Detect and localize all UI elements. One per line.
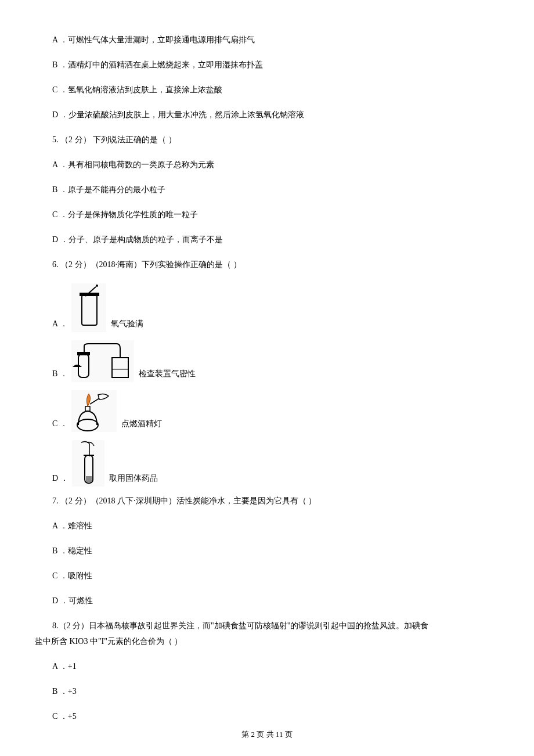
q6-option-d-label: 取用固体药品 — [109, 472, 158, 487]
q7-option-a: A ．难溶性 — [52, 520, 499, 532]
q7-option-c: C ．吸附性 — [52, 570, 499, 582]
q7-option-b: B ．稳定性 — [52, 545, 499, 557]
q6-option-a-image — [71, 283, 106, 332]
q4-option-b: B ．酒精灯中的酒精洒在桌上燃烧起来，立即用湿抹布扑盖 — [52, 59, 499, 71]
svg-rect-9 — [85, 406, 90, 411]
svg-point-3 — [96, 285, 98, 287]
q7-option-d: D ．可燃性 — [52, 595, 499, 607]
svg-point-8 — [77, 419, 98, 431]
q6-option-b-letter: B ． — [52, 368, 68, 382]
q8-option-c: C ．+5 — [52, 710, 499, 722]
svg-rect-5 — [77, 352, 90, 355]
q6-option-d-row: D ． 取用固体药品 — [52, 440, 499, 487]
q6-option-c-label: 点燃酒精灯 — [121, 417, 162, 432]
q6-option-c-image — [71, 390, 117, 432]
q6-option-d-image — [72, 440, 104, 487]
q5-option-c: C ．分子是保持物质化学性质的唯一粒子 — [52, 208, 499, 221]
q5-option-a: A ．具有相同核电荷数的一类原子总称为元素 — [52, 159, 499, 171]
page-footer: 第 2 页 共 11 页 — [0, 729, 534, 740]
q6-option-c-letter: C ． — [52, 417, 68, 432]
q4-option-d: D ．少量浓硫酸沾到皮肤上，用大量水冲洗，然后涂上浓氢氧化钠溶液 — [52, 109, 499, 121]
svg-rect-0 — [82, 295, 97, 325]
light-lamp-icon — [71, 390, 117, 432]
q5-stem: 5. （2 分） 下列说法正确的是（ ） — [52, 134, 499, 146]
q6-option-a-letter: A ． — [52, 318, 68, 332]
q8-stem-line2: 盐中所含 KIO3 中"I"元素的化合价为（ ） — [35, 635, 499, 647]
q6-option-a-row: A ． 氧气验满 — [52, 283, 499, 332]
take-solid-icon — [72, 440, 104, 487]
q5-option-b: B ．原子是不能再分的最小粒子 — [52, 183, 499, 196]
q5-option-d: D ．分子、原子是构成物质的粒子，而离子不是 — [52, 233, 499, 246]
q6-option-d-letter: D ． — [52, 472, 68, 487]
q4-option-a: A ．可燃性气体大量泄漏时，立即接通电源用排气扇排气 — [52, 34, 499, 46]
q7-stem: 7. （2 分）（2018 八下·深圳期中）活性炭能净水，主要是因为它具有（ ） — [52, 495, 499, 507]
q6-option-c-row: C ． 点燃酒精灯 — [52, 390, 499, 432]
q6-option-b-image — [71, 340, 134, 382]
q8-option-b: B ．+3 — [52, 685, 499, 697]
oxygen-full-check-icon — [71, 283, 106, 332]
q8-option-a: A ．+1 — [52, 660, 499, 672]
q6-option-b-row: B ． 检查装置气密性 — [52, 340, 499, 382]
q6-stem: 6. （2 分）（2018·海南）下列实验操作正确的是（ ） — [52, 258, 499, 271]
q8-stem-line1: 8.（2 分）日本福岛核事故引起世界关注，而"加碘食盐可防核辐射"的谬说则引起中… — [52, 620, 499, 632]
q4-option-c: C ．氢氧化钠溶液沾到皮肤上，直接涂上浓盐酸 — [52, 84, 499, 96]
q6-option-b-label: 检查装置气密性 — [139, 368, 196, 382]
svg-rect-13 — [86, 476, 92, 482]
airtight-check-icon — [71, 340, 134, 382]
svg-rect-6 — [112, 358, 128, 377]
svg-line-10 — [90, 398, 99, 404]
q6-option-a-label: 氧气验满 — [111, 318, 143, 332]
